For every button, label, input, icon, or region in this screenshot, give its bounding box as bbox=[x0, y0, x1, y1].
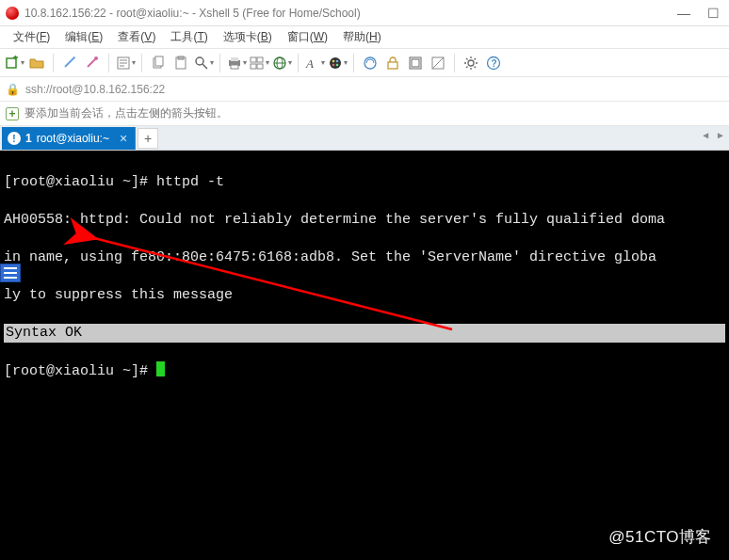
terminal-highlight-line: Syntax OK bbox=[4, 324, 725, 343]
lock-icon: 🔒 bbox=[6, 83, 20, 96]
layout-button[interactable]: ▾ bbox=[249, 53, 269, 73]
svg-point-29 bbox=[335, 63, 338, 66]
svg-point-28 bbox=[332, 63, 334, 66]
address-text[interactable]: ssh://root@10.8.162.156:22 bbox=[25, 83, 165, 96]
transparency-button[interactable] bbox=[428, 53, 448, 73]
separator bbox=[298, 54, 299, 72]
hint-bar: + 要添加当前会话，点击左侧的箭头按钮。 bbox=[0, 102, 729, 126]
terminal-prompt-line: [root@xiaoliu ~]# bbox=[4, 361, 725, 381]
title-bar: 10.8.162.156:22 - root@xiaoliu:~ - Xshel… bbox=[0, 0, 729, 26]
svg-rect-9 bbox=[155, 56, 163, 66]
settings-button[interactable] bbox=[461, 53, 481, 73]
menu-view[interactable]: 查看(V) bbox=[112, 27, 161, 47]
maximize-button[interactable]: ☐ bbox=[707, 6, 720, 21]
menu-file[interactable]: 文件(F) bbox=[8, 27, 56, 47]
tab-number: 1 bbox=[25, 132, 32, 145]
encoding-button[interactable] bbox=[360, 53, 381, 73]
hint-text: 要添加当前会话，点击左侧的箭头按钮。 bbox=[24, 105, 228, 121]
tab-scroll-left-icon[interactable]: ◄ bbox=[701, 130, 710, 140]
font-button[interactable]: A▾ bbox=[304, 53, 325, 73]
svg-line-13 bbox=[202, 64, 207, 69]
print-button[interactable]: ▾ bbox=[226, 53, 247, 73]
svg-line-41 bbox=[475, 66, 477, 68]
svg-rect-19 bbox=[251, 64, 256, 69]
watermark: @51CTO博客 bbox=[608, 528, 712, 547]
svg-point-35 bbox=[468, 60, 474, 66]
terminal-line: ly to suppress this message bbox=[4, 286, 725, 305]
separator bbox=[53, 54, 54, 72]
fullscreen-button[interactable] bbox=[405, 53, 426, 73]
menu-tabs[interactable]: 选项卡(B) bbox=[218, 27, 278, 47]
tab-close-button[interactable]: × bbox=[114, 131, 127, 146]
svg-point-26 bbox=[332, 59, 334, 62]
add-session-icon[interactable]: + bbox=[6, 107, 19, 120]
separator bbox=[454, 54, 455, 72]
separator bbox=[108, 54, 109, 72]
svg-rect-11 bbox=[178, 56, 184, 59]
svg-text:A: A bbox=[305, 56, 314, 71]
tab-label: root@xiaoliu:~ bbox=[37, 132, 109, 145]
separator bbox=[219, 54, 220, 72]
paste-button[interactable] bbox=[170, 53, 191, 73]
open-button[interactable] bbox=[26, 53, 47, 73]
alert-icon: ! bbox=[8, 132, 21, 145]
terminal-line: [root@xiaoliu ~]# httpd -t bbox=[4, 173, 725, 192]
tab-scroll-right-icon[interactable]: ► bbox=[716, 130, 725, 140]
menu-bar: 文件(F) 编辑(E) 查看(V) 工具(T) 选项卡(B) 窗口(W) 帮助(… bbox=[0, 26, 729, 49]
svg-rect-33 bbox=[412, 59, 419, 67]
menu-help[interactable]: 帮助(H) bbox=[337, 27, 387, 47]
svg-line-42 bbox=[466, 66, 468, 68]
svg-point-12 bbox=[196, 57, 203, 65]
address-bar: 🔒 ssh://root@10.8.162.156:22 bbox=[0, 77, 729, 102]
help-button[interactable]: ? bbox=[483, 53, 504, 73]
svg-rect-20 bbox=[257, 64, 263, 69]
svg-text:?: ? bbox=[492, 58, 497, 69]
minimize-button[interactable]: — bbox=[677, 6, 690, 21]
menu-edit[interactable]: 编辑(E) bbox=[59, 27, 108, 47]
svg-rect-0 bbox=[7, 58, 16, 68]
toolbar: ▾ ▾ ▾ ▾ ▾ ▾ A▾ ▾ ? bbox=[0, 49, 729, 77]
session-tab-1[interactable]: ! 1 root@xiaoliu:~ × bbox=[2, 127, 136, 150]
separator bbox=[353, 54, 354, 72]
terminal-line: in name, using fe80::80e:6475:6168:adb8.… bbox=[4, 248, 725, 267]
svg-point-27 bbox=[335, 59, 338, 62]
svg-rect-31 bbox=[388, 62, 397, 69]
copy-button[interactable] bbox=[148, 53, 169, 73]
app-icon bbox=[6, 7, 19, 20]
tab-strip: ! 1 root@xiaoliu:~ × + ◄ ► bbox=[0, 126, 729, 151]
side-menu-button[interactable] bbox=[0, 264, 21, 282]
window-title: 10.8.162.156:22 - root@xiaoliu:~ - Xshel… bbox=[24, 7, 677, 20]
lock-button[interactable] bbox=[382, 53, 403, 73]
new-tab-button[interactable]: + bbox=[138, 128, 158, 149]
reconnect-button[interactable] bbox=[59, 53, 80, 73]
svg-point-25 bbox=[330, 57, 341, 69]
svg-rect-15 bbox=[231, 57, 238, 61]
menu-tools[interactable]: 工具(T) bbox=[165, 27, 213, 47]
new-session-button[interactable]: ▾ bbox=[4, 53, 24, 73]
cursor-icon bbox=[156, 361, 165, 376]
svg-point-3 bbox=[94, 56, 98, 60]
properties-button[interactable]: ▾ bbox=[115, 53, 136, 73]
menu-window[interactable]: 窗口(W) bbox=[282, 27, 333, 47]
separator bbox=[141, 54, 142, 72]
find-button[interactable]: ▾ bbox=[193, 53, 214, 73]
svg-rect-18 bbox=[257, 57, 263, 62]
svg-line-43 bbox=[475, 58, 477, 60]
terminal-line: AH00558: httpd: Could not reliably deter… bbox=[4, 211, 725, 230]
disconnect-button[interactable] bbox=[82, 53, 103, 73]
globe-button[interactable]: ▾ bbox=[271, 53, 292, 73]
svg-rect-17 bbox=[251, 57, 256, 62]
svg-line-40 bbox=[466, 58, 468, 60]
svg-rect-16 bbox=[231, 65, 238, 69]
terminal[interactable]: [root@xiaoliu ~]# httpd -t AH00558: http… bbox=[0, 151, 729, 560]
color-button[interactable]: ▾ bbox=[327, 53, 348, 73]
